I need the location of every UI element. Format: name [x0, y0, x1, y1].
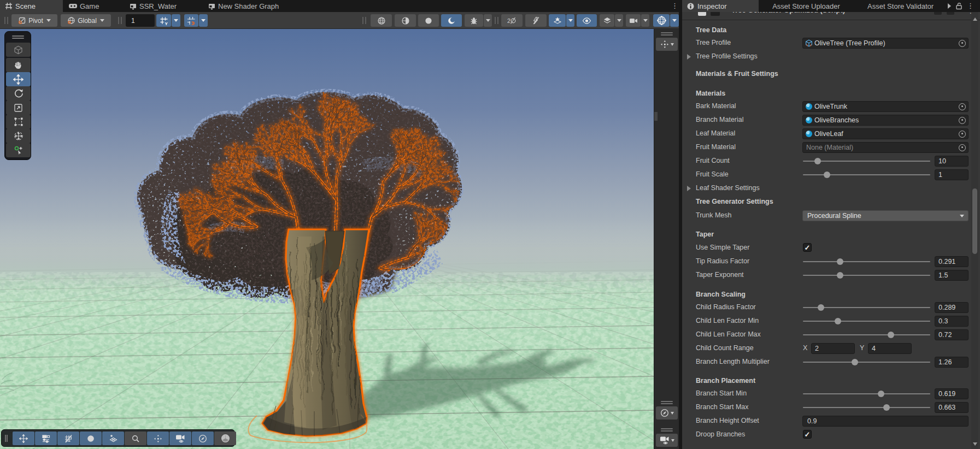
svg-text:Y: Y: [165, 21, 168, 25]
svg-text:2: 2: [507, 17, 510, 24]
